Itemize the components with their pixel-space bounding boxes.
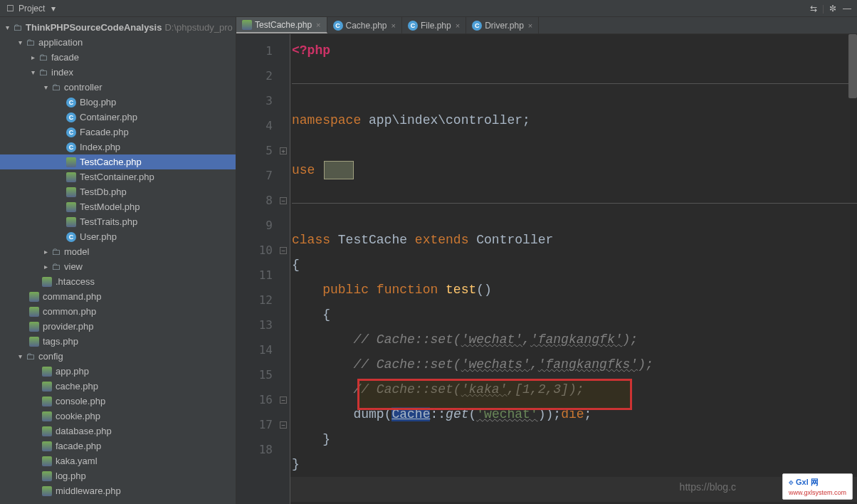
php-icon <box>29 322 39 332</box>
chevron-down-icon[interactable] <box>16 352 24 360</box>
editor-body[interactable]: 1234 5+ 7 8− 9 10− 1112131415 16− 17− 18… <box>236 34 857 504</box>
tree-root[interactable]: ThinkPHPSourceCodeAnalysis D:\phpstudy_p… <box>0 20 236 35</box>
class-icon: C <box>66 142 76 152</box>
highlighted-line: dump(Cache::get('wechat'));die; <box>290 402 857 427</box>
tree-facade[interactable]: facade <box>0 50 236 65</box>
file-blog[interactable]: CBlog.php <box>0 95 236 110</box>
chevron-down-icon[interactable] <box>16 38 24 46</box>
class-icon: C <box>333 21 343 31</box>
php-icon <box>42 397 52 406</box>
file-facade[interactable]: CFacade.php <box>0 125 236 140</box>
chevron-down-icon[interactable] <box>3 23 11 31</box>
folder-icon <box>24 37 36 48</box>
tab-cache[interactable]: CCache.php× <box>327 17 402 33</box>
class-icon: C <box>66 98 76 107</box>
php-icon <box>42 411 52 421</box>
fold-icon[interactable]: − <box>280 397 287 404</box>
chevron-right-icon[interactable] <box>41 248 50 256</box>
chevron-right-icon[interactable] <box>28 53 37 61</box>
comment: // Cache::set('wechats','fangkangfks'); <box>353 357 653 372</box>
yaml-icon <box>42 456 52 466</box>
class-icon: C <box>472 21 482 31</box>
tab-driver[interactable]: CDriver.php× <box>466 17 539 33</box>
collapse-icon[interactable]: ⇆ <box>808 3 819 14</box>
file-container[interactable]: CContainer.php <box>0 110 236 125</box>
php-open-tag: <?php <box>292 43 330 58</box>
comment: // Cache::set('wechat','fangkangfk'); <box>353 332 638 347</box>
php-icon <box>42 382 52 392</box>
scrollbar-thumb[interactable] <box>848 34 857 98</box>
file-testtraits[interactable]: TestTraits.php <box>0 214 236 229</box>
file-command[interactable]: command.php <box>0 289 236 304</box>
blog-url-text: https://blog.c <box>680 481 736 493</box>
file-testmodel[interactable]: TestModel.php <box>0 199 236 214</box>
file-testdb[interactable]: TestDb.php <box>0 184 236 199</box>
php-icon <box>29 292 39 302</box>
project-icon: ☐ <box>4 3 16 14</box>
file-user[interactable]: CUser.php <box>0 229 236 244</box>
tree-application[interactable]: application <box>0 35 236 50</box>
file-facadephp[interactable]: facade.php <box>0 439 236 453</box>
file-provider[interactable]: provider.php <box>0 319 236 334</box>
file-common[interactable]: common.php <box>0 304 236 319</box>
fold-icon[interactable]: − <box>280 247 287 254</box>
file-htaccess[interactable]: .htaccess <box>0 274 236 289</box>
php-icon <box>42 441 52 451</box>
code-content[interactable]: <?php namespace app\index\controller; us… <box>290 34 857 504</box>
hide-icon[interactable]: — <box>841 3 853 14</box>
file-appphp[interactable]: app.php <box>0 364 236 379</box>
tree-model[interactable]: model <box>0 244 236 259</box>
folder-icon <box>37 52 48 63</box>
editor-tabs: TestCache.php× CCache.php× CFile.php× CD… <box>236 17 857 34</box>
file-testcontainer[interactable]: TestContainer.php <box>0 169 236 184</box>
file-logphp[interactable]: log.php <box>0 468 236 483</box>
editor-area: TestCache.php× CCache.php× CFile.php× CD… <box>236 17 857 504</box>
file-cookiephp[interactable]: cookie.php <box>0 409 236 424</box>
class-icon: C <box>408 21 418 31</box>
php-icon <box>66 217 76 227</box>
php-icon <box>42 426 52 436</box>
close-icon[interactable]: × <box>456 21 460 30</box>
project-toolbar: ☐ Project ▾ ⇆ | ✼ — <box>0 0 857 17</box>
line-gutter: 1234 5+ 7 8− 9 10− 1112131415 16− 17− 18 <box>236 34 290 504</box>
tree-view[interactable]: view <box>0 259 236 274</box>
watermark-badge: ⟐ Gxl 网 www.gxlsystem.com <box>782 473 853 500</box>
file-middlewarephp[interactable]: middleware.php <box>0 483 236 498</box>
close-icon[interactable]: × <box>528 21 532 30</box>
file-databasephp[interactable]: database.php <box>0 424 236 439</box>
project-sidebar[interactable]: ThinkPHPSourceCodeAnalysis D:\phpstudy_p… <box>0 17 236 504</box>
file-tags[interactable]: tags.php <box>0 334 236 349</box>
file-kakayaml[interactable]: kaka.yaml <box>0 453 236 468</box>
chevron-down-icon[interactable] <box>28 68 37 76</box>
php-icon <box>66 157 76 167</box>
fold-icon[interactable]: + <box>280 147 287 154</box>
file-testcache[interactable]: TestCache.php <box>0 154 236 169</box>
tree-config[interactable]: config <box>0 349 236 364</box>
folder-icon <box>37 67 48 78</box>
close-icon[interactable]: × <box>316 21 320 29</box>
dropdown-icon[interactable]: ▾ <box>48 3 59 14</box>
gear-icon[interactable]: ✼ <box>827 3 838 14</box>
class-icon: C <box>66 112 76 122</box>
php-icon <box>66 187 76 197</box>
tab-file[interactable]: CFile.php× <box>402 17 466 33</box>
php-icon <box>242 20 252 30</box>
fold-icon[interactable]: − <box>280 197 287 204</box>
root-path: D:\phpstudy_pro <box>164 22 232 33</box>
tree-controller[interactable]: controller <box>0 80 236 95</box>
chevron-right-icon[interactable] <box>41 263 50 271</box>
class-icon: C <box>66 127 76 137</box>
folder-icon <box>50 261 61 273</box>
tab-testcache[interactable]: TestCache.php× <box>236 17 327 33</box>
folded-use-block[interactable] <box>324 161 354 179</box>
chevron-down-icon[interactable] <box>41 83 50 91</box>
class-icon: C <box>66 232 76 242</box>
fold-icon[interactable]: − <box>280 421 287 429</box>
file-consolephp[interactable]: console.php <box>0 394 236 409</box>
comment: // Cache::set('kaka',[1,2,3]); <box>353 382 584 397</box>
close-icon[interactable]: × <box>391 21 396 30</box>
file-cachephp[interactable]: cache.php <box>0 379 236 394</box>
php-icon <box>29 337 39 347</box>
tree-index[interactable]: index <box>0 65 236 80</box>
file-indexphp[interactable]: CIndex.php <box>0 140 236 154</box>
